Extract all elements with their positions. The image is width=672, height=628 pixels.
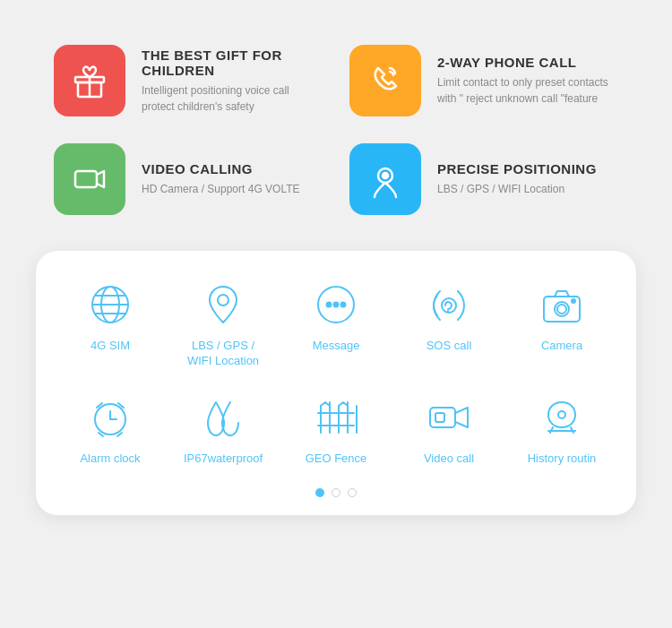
- gift-title: THE BEST GIFT FOR CHILDREN: [142, 47, 323, 78]
- svg-point-15: [341, 303, 346, 307]
- svg-point-11: [218, 295, 228, 305]
- card-row-1: 4G SIM LBS / GPS /WIFI Location Mess: [54, 278, 618, 369]
- phone-title: 2-WAY PHONE CALL: [437, 55, 618, 70]
- message-icon: [309, 278, 363, 331]
- waterproof-icon: [196, 391, 250, 444]
- message-label: Message: [313, 339, 360, 354]
- location-text: PRECISE POSITIONING LBS / GPS / WIFI Loc…: [437, 161, 597, 197]
- gps-label: LBS / GPS /WIFI Location: [187, 339, 259, 369]
- svg-rect-3: [75, 171, 97, 187]
- svg-point-21: [572, 299, 575, 303]
- svg-rect-37: [430, 408, 455, 427]
- gift-icon-wrap: [54, 45, 125, 116]
- sim-label: 4G SIM: [90, 339, 130, 354]
- fence-icon: [309, 391, 363, 444]
- gps-item: LBS / GPS /WIFI Location: [174, 278, 272, 369]
- feature-gift: THE BEST GIFT FOR CHILDREN Intelligent p…: [45, 36, 332, 125]
- pin-icon: [196, 278, 250, 331]
- phone-icon-wrap: [349, 45, 421, 116]
- feature-phone: 2-WAY PHONE CALL Limit contact to only p…: [340, 36, 627, 125]
- dot-2[interactable]: [332, 488, 340, 497]
- feature-location: PRECISE POSITIONING LBS / GPS / WIFI Loc…: [340, 134, 627, 224]
- video-description: HD Camera / Support 4G VOLTE: [142, 181, 300, 197]
- camera-icon: [535, 278, 589, 331]
- gift-description: Intelligent positioning voice call prote…: [142, 82, 323, 115]
- svg-point-14: [334, 303, 339, 307]
- card-row-2: Alarm clock IP67waterproof: [54, 391, 618, 467]
- gift-text: THE BEST GIFT FOR CHILDREN Intelligent p…: [142, 47, 323, 115]
- phone-icon: [366, 61, 405, 100]
- location-title: PRECISE POSITIONING: [437, 161, 597, 176]
- alarm-item: Alarm clock: [61, 391, 159, 467]
- video-calling-icon: [70, 159, 109, 199]
- location-icon: [366, 159, 405, 199]
- svg-line-42: [571, 427, 573, 433]
- globe-icon: [83, 278, 137, 331]
- gift-icon: [70, 61, 109, 100]
- phone-text: 2-WAY PHONE CALL Limit contact to only p…: [437, 55, 618, 107]
- carousel-dots: [54, 488, 618, 497]
- svg-point-5: [383, 173, 388, 178]
- history-item: History routin: [513, 391, 611, 467]
- svg-point-16: [442, 298, 456, 313]
- camera-item: Camera: [513, 278, 611, 369]
- geofence-label: GEO Fence: [306, 452, 367, 467]
- videocall-icon: [422, 391, 476, 444]
- location-description: LBS / GPS / WIFI Location: [437, 181, 597, 197]
- svg-line-41: [550, 427, 553, 433]
- phone-description: Limit contact to only preset contacts wi…: [437, 74, 618, 107]
- video-text: VIDEO CALLING HD Camera / Support 4G VOL…: [142, 161, 300, 197]
- sos-label: SOS call: [426, 339, 472, 354]
- svg-point-13: [327, 303, 332, 307]
- features-section: THE BEST GIFT FOR CHILDREN Intelligent p…: [0, 0, 672, 242]
- sos-icon: [422, 278, 476, 331]
- alarm-icon: [83, 391, 137, 444]
- dot-1[interactable]: [315, 488, 324, 497]
- svg-rect-38: [435, 413, 444, 422]
- svg-point-39: [558, 411, 565, 418]
- message-item: Message: [287, 278, 385, 369]
- feature-video: VIDEO CALLING HD Camera / Support 4G VOL…: [45, 134, 332, 224]
- videocall-label: Video call: [424, 452, 474, 467]
- alarm-label: Alarm clock: [80, 452, 140, 467]
- history-label: History routin: [528, 452, 597, 467]
- video-title: VIDEO CALLING: [142, 161, 300, 176]
- waterproof-label: IP67waterproof: [184, 452, 263, 467]
- sim-item: 4G SIM: [61, 278, 159, 369]
- sos-item: SOS call: [400, 278, 498, 369]
- svg-point-20: [557, 305, 566, 314]
- videocall-item: Video call: [400, 391, 498, 467]
- location-icon-wrap: [349, 143, 421, 215]
- history-icon: [535, 391, 589, 444]
- features-card: 4G SIM LBS / GPS /WIFI Location Mess: [36, 251, 636, 515]
- dot-3[interactable]: [348, 488, 357, 497]
- geofence-item: GEO Fence: [287, 391, 385, 467]
- waterproof-item: IP67waterproof: [174, 391, 272, 467]
- camera-label: Camera: [541, 339, 582, 354]
- video-icon-wrap: [54, 143, 125, 215]
